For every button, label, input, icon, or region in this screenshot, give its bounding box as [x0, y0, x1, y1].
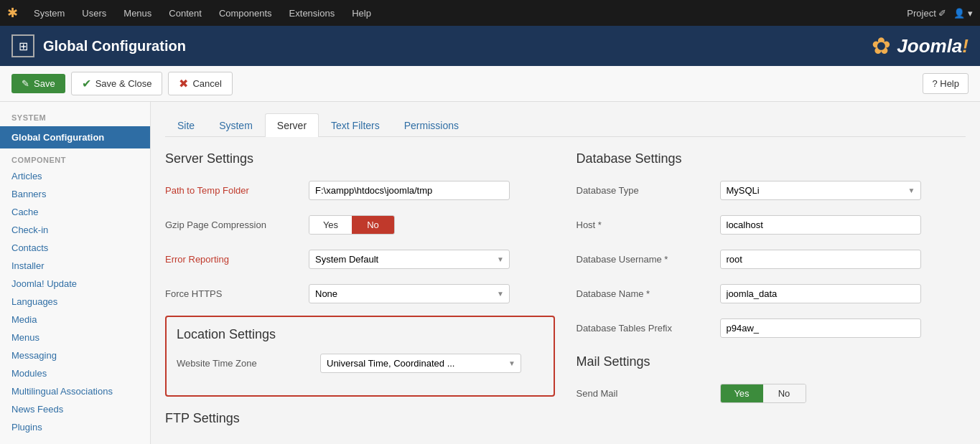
save-button[interactable]: ✎ Save — [11, 74, 65, 93]
force-https-row: Force HTTPS None — [165, 281, 555, 306]
save-close-button[interactable]: ✔ Save & Close — [71, 72, 163, 95]
toolbar: ✎ Save ✔ Save & Close ✖ Cancel ? Help — [0, 66, 980, 102]
tab-site[interactable]: Site — [165, 113, 207, 137]
nav-right: Project ✐ 👤 ▾ — [907, 8, 973, 19]
joomla-flower-icon: ✿ — [872, 32, 891, 60]
db-name-input[interactable] — [720, 284, 921, 303]
sidebar-item-messaging[interactable]: Messaging — [0, 346, 150, 364]
gzip-yes-button[interactable]: Yes — [309, 216, 352, 234]
help-button[interactable]: ? Help — [923, 73, 969, 94]
sidebar-item-languages[interactable]: Languages — [0, 293, 150, 311]
nav-extensions[interactable]: Extensions — [282, 0, 342, 26]
force-https-control: None — [309, 284, 510, 303]
location-settings-title: Location Settings — [177, 327, 543, 342]
db-type-label: Database Type — [577, 185, 720, 196]
project-link[interactable]: Project ✐ — [907, 8, 946, 19]
tab-server[interactable]: Server — [265, 113, 319, 137]
sidebar-item-articles[interactable]: Articles — [0, 167, 150, 185]
nav-users[interactable]: Users — [75, 0, 113, 26]
joomla-logo: ✿ Joomla! — [872, 32, 969, 60]
db-prefix-control — [720, 318, 921, 338]
nav-menus[interactable]: Menus — [116, 0, 159, 26]
nav-help[interactable]: Help — [345, 0, 378, 26]
db-type-select[interactable]: MySQLi — [720, 181, 921, 200]
component-label: COMPONENT — [0, 148, 150, 167]
tab-system[interactable]: System — [207, 113, 265, 137]
content-columns: Server Settings Path to Temp Folder Gzip… — [165, 151, 966, 438]
db-name-row: Database Name * — [577, 281, 966, 306]
sidebar-item-media[interactable]: Media — [0, 311, 150, 329]
force-https-select[interactable]: None — [309, 284, 510, 303]
send-mail-row: Send Mail Yes No — [577, 381, 966, 405]
location-settings-box: Location Settings Website Time Zone Univ… — [165, 316, 555, 397]
timezone-control: Universal Time, Coordinated ... — [320, 354, 521, 373]
sidebar-item-modules[interactable]: Modules — [0, 364, 150, 382]
db-username-row: Database Username * — [577, 247, 966, 271]
path-temp-input[interactable] — [309, 181, 510, 200]
right-column: Database Settings Database Type MySQLi H… — [577, 151, 966, 438]
sidebar-item-joomla-update[interactable]: Joomla! Update — [0, 275, 150, 293]
gzip-toggle: Yes No — [309, 215, 395, 235]
error-reporting-select[interactable]: System Default — [309, 250, 510, 269]
db-host-control — [720, 215, 921, 235]
nav-system[interactable]: System — [27, 0, 72, 26]
error-reporting-row: Error Reporting System Default — [165, 247, 555, 271]
error-reporting-control: System Default — [309, 250, 510, 269]
tab-text-filters[interactable]: Text Filters — [319, 113, 392, 137]
path-temp-row: Path to Temp Folder — [165, 178, 555, 202]
timezone-select[interactable]: Universal Time, Coordinated ... — [320, 354, 521, 373]
gzip-control: Yes No — [309, 215, 510, 235]
sidebar-item-contacts[interactable]: Contacts — [0, 239, 150, 257]
db-host-row: Host * — [577, 212, 966, 237]
left-column: Server Settings Path to Temp Folder Gzip… — [165, 151, 555, 438]
user-icon[interactable]: 👤 ▾ — [953, 8, 973, 19]
db-type-control: MySQLi — [720, 181, 921, 200]
db-host-input[interactable] — [720, 215, 921, 235]
mail-settings-title: Mail Settings — [577, 354, 966, 369]
sidebar-item-multilingual-associations[interactable]: Multilingual Associations — [0, 382, 150, 400]
db-username-control — [720, 250, 921, 269]
cancel-button[interactable]: ✖ Cancel — [168, 72, 232, 95]
tab-permissions[interactable]: Permissions — [392, 113, 471, 137]
question-icon: ? — [932, 78, 937, 89]
send-mail-control: Yes No — [720, 384, 921, 403]
timezone-label: Website Time Zone — [177, 358, 320, 369]
sidebar: SYSTEM Global Configuration COMPONENT Ar… — [0, 102, 151, 444]
force-https-label: Force HTTPS — [165, 288, 309, 299]
error-reporting-label: Error Reporting — [165, 254, 309, 265]
server-settings-title: Server Settings — [165, 151, 555, 166]
db-type-row: Database Type MySQLi — [577, 178, 966, 202]
sidebar-item-news-feeds[interactable]: News Feeds — [0, 400, 150, 418]
top-nav: ✱ System Users Menus Content Components … — [0, 0, 980, 26]
system-label: SYSTEM — [0, 110, 150, 126]
sidebar-item-cache[interactable]: Cache — [0, 203, 150, 221]
send-mail-yes-button[interactable]: Yes — [721, 384, 763, 402]
joomla-brand-text: Joomla! — [897, 35, 969, 57]
db-username-input[interactable] — [720, 250, 921, 269]
nav-components[interactable]: Components — [212, 0, 279, 26]
gzip-no-button[interactable]: No — [352, 216, 394, 234]
database-settings-title: Database Settings — [577, 151, 966, 166]
sidebar-item-plugins[interactable]: Plugins — [0, 418, 150, 436]
content-area: Site System Server Text Filters Permissi… — [151, 102, 980, 444]
db-prefix-label: Database Tables Prefix — [577, 323, 720, 334]
send-mail-label: Send Mail — [577, 388, 720, 399]
sidebar-item-menus[interactable]: Menus — [0, 329, 150, 346]
sidebar-item-banners[interactable]: Banners — [0, 185, 150, 203]
sidebar-item-global-configuration[interactable]: Global Configuration — [0, 126, 150, 148]
db-host-label: Host * — [577, 219, 720, 230]
db-prefix-input[interactable] — [720, 318, 921, 338]
send-mail-no-button[interactable]: No — [763, 384, 806, 402]
db-prefix-row: Database Tables Prefix — [577, 316, 966, 340]
path-temp-control — [309, 181, 510, 200]
nav-content[interactable]: Content — [162, 0, 209, 26]
timezone-row: Website Time Zone Universal Time, Coordi… — [177, 351, 543, 375]
ftp-settings-title: FTP Settings — [165, 411, 555, 426]
db-username-label: Database Username * — [577, 254, 720, 265]
page-icon: ⊞ — [11, 34, 34, 57]
sidebar-item-checkin[interactable]: Check-in — [0, 221, 150, 239]
sidebar-item-installer[interactable]: Installer — [0, 257, 150, 275]
path-temp-label: Path to Temp Folder — [165, 185, 309, 196]
gzip-label: Gzip Page Compression — [165, 219, 309, 230]
save-icon: ✎ — [22, 78, 29, 89]
